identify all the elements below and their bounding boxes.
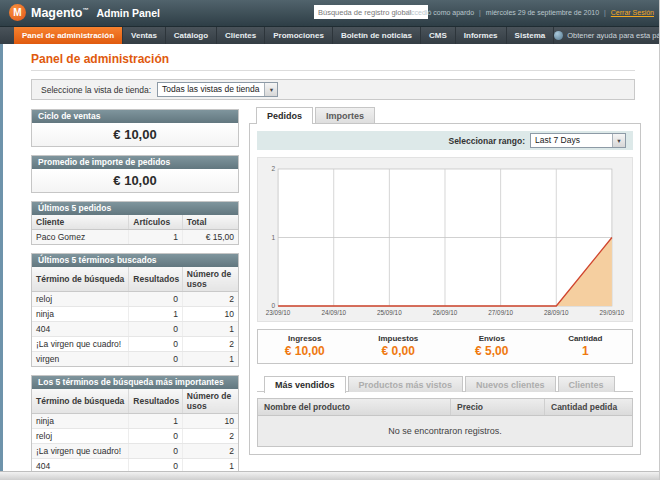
orders-area-chart: 01223/09/1024/09/1025/09/1026/09/1027/09… (262, 163, 628, 319)
range-selector-bar: Seleccionar rango: Last 7 Days ▼ (257, 131, 633, 150)
search-term-row[interactable]: ninja 1 10 (32, 414, 238, 429)
nav-item-clientes[interactable]: Clientes (217, 27, 265, 44)
tab-clientes[interactable]: Clientes (558, 376, 615, 392)
store-view-switcher: Seleccione la vista de tienda: Todas las… (31, 79, 635, 100)
nav-item-cms[interactable]: CMS (421, 27, 456, 44)
svg-text:26/09/10: 26/09/10 (433, 309, 458, 316)
get-help-link[interactable]: Obtener ayuda para esta página (554, 27, 660, 44)
svg-text:1: 1 (271, 234, 275, 241)
last-search-terms-box: Últimos 5 términos buscados Término de b… (31, 253, 239, 367)
search-term-row[interactable]: ninja 1 10 (32, 307, 238, 322)
chart-panel: Seleccionar rango: Last 7 Days ▼ 01223/0… (249, 123, 641, 455)
lifetime-sales-value: € 10,00 (32, 123, 238, 146)
logout-link[interactable]: Cerrar Sesión (611, 9, 654, 16)
search-term-row[interactable]: reloj 0 2 (32, 292, 238, 307)
top-search-terms-table: Término de búsqueda Resultados Número de… (32, 389, 238, 480)
cell-results: 0 (129, 444, 183, 459)
cell-results: 1 (129, 307, 183, 322)
col-header: Número de usos (182, 267, 238, 292)
range-selector-label: Seleccionar rango: (448, 136, 525, 146)
last-orders-box: Últimos 5 pedidos Cliente Artículos Tota… (31, 201, 239, 245)
main-nav: Panel de administración Ventas Catálogo … (0, 27, 659, 44)
average-orders-value: € 10,00 (32, 169, 238, 192)
tab-pedidos[interactable]: Pedidos (256, 107, 313, 124)
last-search-terms-table: Término de búsqueda Resultados Número de… (32, 267, 238, 366)
cell-uses: 2 (182, 337, 238, 352)
last-orders-table: Cliente Artículos Total Paco Gomez 1 € 1… (32, 215, 238, 244)
tab-mas-vendidos[interactable]: Más vendidos (264, 376, 346, 393)
total-value: € 5,00 (445, 344, 539, 358)
app-header: M Magento™ Admin Panel Accedió como apar… (0, 0, 659, 27)
tab-nuevos-clientes[interactable]: Nuevos clientes (465, 376, 556, 392)
search-term-row[interactable]: ¡La virgen que cuadro! 0 2 (32, 444, 238, 459)
help-globe-icon (554, 31, 563, 40)
search-term-row[interactable]: 404 0 1 (32, 322, 238, 337)
average-orders-title: Promedio de importe de pedidos (32, 156, 238, 169)
total-label: Impuestos (352, 334, 446, 343)
total-impuestos: Impuestos € 0,00 (352, 330, 446, 363)
col-header: Resultados (129, 389, 183, 414)
svg-text:2: 2 (271, 165, 275, 172)
nav-item-ventas[interactable]: Ventas (123, 27, 166, 44)
dashboard-right-column: Pedidos Importes Seleccionar rango: Last… (249, 107, 641, 455)
col-header-product-name: Nombre del producto (258, 399, 450, 415)
nav-item-informes[interactable]: Informes (456, 27, 507, 44)
cell-uses: 1 (182, 322, 238, 337)
chart-tabs: Pedidos Importes (249, 107, 641, 123)
header-user-info: Accedió como apardo | miércoles 29 de se… (406, 9, 654, 16)
separator: | (479, 9, 481, 16)
cell-results: 0 (129, 429, 183, 444)
store-view-select[interactable]: Todas las vistas de tienda ▼ (157, 82, 278, 97)
range-select[interactable]: Last 7 Days ▼ (530, 133, 626, 148)
cell-term: ¡La virgen que cuadro! (32, 444, 129, 459)
search-term-row[interactable]: virgen 0 1 (32, 352, 238, 367)
cell-items: 1 (129, 230, 183, 245)
total-value: 1 (539, 344, 633, 358)
table-header-row: Término de búsqueda Resultados Número de… (32, 389, 238, 414)
svg-text:28/09/10: 28/09/10 (544, 309, 569, 316)
cell-results: 1 (129, 414, 183, 429)
total-value: € 0,00 (352, 344, 446, 358)
col-header: Cliente (32, 215, 129, 230)
tab-importes[interactable]: Importes (315, 107, 375, 123)
col-header-qty: Cantidad pedida (544, 399, 632, 415)
svg-text:24/09/10: 24/09/10 (321, 309, 346, 316)
cell-total: € 15,00 (182, 230, 238, 245)
total-envios: Envíos € 5,00 (445, 330, 539, 363)
nav-item-catalogo[interactable]: Catálogo (166, 27, 217, 44)
order-row[interactable]: Paco Gomez 1 € 15,00 (32, 230, 238, 245)
cell-term: virgen (32, 352, 129, 367)
products-grid-header: Nombre del producto Precio Cantidad pedi… (257, 398, 633, 416)
nav-item-boletin[interactable]: Boletín de noticias (333, 27, 421, 44)
nav-item-dashboard[interactable]: Panel de administración (14, 27, 123, 44)
cell-results: 0 (129, 292, 183, 307)
table-header-row: Término de búsqueda Resultados Número de… (32, 267, 238, 292)
magento-logo-icon: M (9, 4, 26, 21)
cell-term: 404 (32, 322, 129, 337)
search-term-row[interactable]: reloj 0 2 (32, 429, 238, 444)
total-ingresos: Ingresos € 10,00 (258, 330, 352, 363)
nav-item-promociones[interactable]: Promociones (265, 27, 333, 44)
total-label: Envíos (445, 334, 539, 343)
chevron-down-icon: ▼ (264, 83, 277, 96)
search-term-row[interactable]: ¡La virgen que cuadro! 0 2 (32, 337, 238, 352)
brand-name: Magento™ (31, 6, 88, 20)
cell-term: ninja (32, 307, 129, 322)
cell-term: reloj (32, 292, 129, 307)
orders-chart-container: 01223/09/1024/09/1025/09/1026/09/1027/09… (257, 157, 633, 322)
magento-admin-window: M Magento™ Admin Panel Accedió como apar… (0, 0, 660, 480)
totals-bar: Ingresos € 10,00 Impuestos € 0,00 Envíos… (257, 329, 633, 364)
top-search-terms-box: Los 5 términos de búsqueda más important… (31, 375, 239, 480)
window-footer-strip (0, 471, 659, 480)
no-records-text: No se encontraron registros. (388, 426, 502, 436)
get-help-label: Obtener ayuda para esta página (567, 31, 660, 40)
average-orders-box: Promedio de importe de pedidos € 10,00 (31, 155, 239, 193)
title-divider (31, 70, 635, 71)
store-view-select-value: Todas las vistas de tienda (158, 83, 264, 96)
tab-productos-mas-vistos[interactable]: Productos más vistos (348, 376, 464, 392)
nav-item-sistema[interactable]: Sistema (507, 27, 555, 44)
cell-uses: 1 (182, 352, 238, 367)
bottom-tabs: Más vendidos Productos más vistos Nuevos… (257, 376, 633, 392)
col-header: Número de usos (182, 389, 238, 414)
col-header-price: Precio (450, 399, 544, 415)
